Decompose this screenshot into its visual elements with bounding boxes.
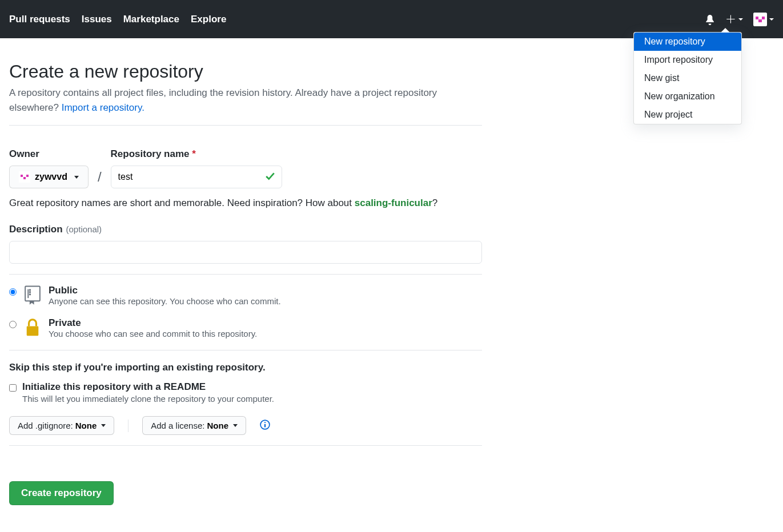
svg-rect-5 xyxy=(21,175,23,177)
owner-select[interactable]: zywvvd xyxy=(9,166,89,188)
owner-repo-row: Owner zywvvd / Repository name * xyxy=(9,148,482,188)
repo-name-input[interactable] xyxy=(111,166,282,188)
nav-links: Pull requests Issues Marketplace Explore xyxy=(9,14,226,25)
create-new-dropdown: New repository Import repository New gis… xyxy=(633,32,742,124)
description-label: Description xyxy=(9,224,63,235)
caret-down-icon xyxy=(74,176,79,179)
svg-rect-8 xyxy=(25,287,40,301)
owner-group: Owner zywvvd xyxy=(9,148,89,188)
dropdown-new-gist[interactable]: New gist xyxy=(634,69,741,87)
public-repo-icon xyxy=(23,285,42,307)
dropdown-new-repository[interactable]: New repository xyxy=(634,33,741,51)
readme-checkbox[interactable] xyxy=(9,384,17,392)
svg-rect-3 xyxy=(758,19,762,22)
visibility-public-desc: Anyone can see this repository. You choo… xyxy=(49,296,281,306)
readme-text: Initialize this repository with a README… xyxy=(22,381,274,404)
create-new-menu[interactable] xyxy=(726,14,743,25)
visibility-public-title: Public xyxy=(49,285,281,296)
svg-rect-6 xyxy=(26,175,29,177)
repo-name-group: Repository name * xyxy=(111,148,282,188)
caret-down-icon xyxy=(233,424,238,427)
header-right xyxy=(704,13,774,26)
svg-point-16 xyxy=(264,422,266,423)
vertical-divider xyxy=(128,420,129,432)
owner-avatar-icon xyxy=(19,171,30,183)
repo-name-input-wrap xyxy=(111,166,282,188)
readme-title: Initialize this repository with a README xyxy=(22,381,274,393)
repo-name-hint: Great repository names are short and mem… xyxy=(9,198,482,209)
repo-name-label-text: Repository name xyxy=(111,148,190,159)
divider xyxy=(9,125,482,126)
readme-checkbox-row[interactable]: Initialize this repository with a README… xyxy=(9,381,482,404)
divider xyxy=(9,350,482,350)
visibility-private-radio[interactable] xyxy=(9,321,17,328)
skip-import-text: Skip this step if you're importing an ex… xyxy=(9,362,482,373)
name-suggestion[interactable]: scaling-funicular xyxy=(355,198,432,208)
main-container: Create a new repository A repository con… xyxy=(0,38,491,528)
create-repository-button[interactable]: Create repository xyxy=(9,481,114,505)
description-label-row: Description (optional) xyxy=(9,224,482,235)
svg-rect-2 xyxy=(762,17,765,19)
required-asterisk: * xyxy=(192,148,196,159)
dropdown-new-project[interactable]: New project xyxy=(634,106,741,124)
svg-point-11 xyxy=(30,292,31,293)
nav-pull-requests[interactable]: Pull requests xyxy=(9,14,70,25)
license-select[interactable]: Add a license: None xyxy=(142,416,246,435)
svg-rect-1 xyxy=(756,17,758,19)
options-row: Add .gitignore: None Add a license: None xyxy=(9,416,482,435)
slash-separator: / xyxy=(97,169,103,188)
svg-point-10 xyxy=(30,289,31,291)
readme-desc: This will let you immediately clone the … xyxy=(22,394,274,404)
nav-marketplace[interactable]: Marketplace xyxy=(123,14,179,25)
dropdown-import-repository[interactable]: Import repository xyxy=(634,51,741,69)
svg-point-12 xyxy=(30,294,31,295)
gitignore-value: None xyxy=(75,421,97,430)
page-subhead: A repository contains all project files,… xyxy=(9,86,482,115)
visibility-public-option[interactable]: Public Anyone can see this repository. Y… xyxy=(9,285,482,307)
user-menu[interactable] xyxy=(753,13,774,26)
divider xyxy=(9,274,482,275)
dropdown-new-organization[interactable]: New organization xyxy=(634,87,741,106)
license-label: Add a license: xyxy=(151,421,204,430)
hint-suffix: ? xyxy=(432,198,437,208)
description-optional: (optional) xyxy=(66,224,102,234)
page-title: Create a new repository xyxy=(9,61,482,82)
hint-prefix: Great repository names are short and mem… xyxy=(9,198,355,208)
import-repository-link[interactable]: Import a repository. xyxy=(62,102,144,113)
nav-explore[interactable]: Explore xyxy=(191,14,226,25)
divider xyxy=(9,445,482,446)
info-icon[interactable] xyxy=(260,420,270,432)
visibility-public-text: Public Anyone can see this repository. Y… xyxy=(49,285,281,306)
repo-name-label: Repository name * xyxy=(111,148,282,160)
description-input[interactable] xyxy=(9,241,482,264)
visibility-private-title: Private xyxy=(49,317,257,329)
gitignore-label: Add .gitignore: xyxy=(18,421,73,430)
owner-value: zywvvd xyxy=(35,172,67,182)
global-header: Pull requests Issues Marketplace Explore… xyxy=(0,0,783,38)
caret-down-icon xyxy=(738,18,743,21)
visibility-private-text: Private You choose who can see and commi… xyxy=(49,317,257,338)
visibility-public-radio[interactable] xyxy=(9,288,17,296)
notifications-icon[interactable] xyxy=(704,14,716,25)
caret-down-icon xyxy=(101,424,106,427)
svg-rect-7 xyxy=(23,177,26,179)
svg-rect-13 xyxy=(27,326,39,336)
caret-down-icon xyxy=(769,18,774,21)
visibility-private-option[interactable]: Private You choose who can see and commi… xyxy=(9,317,482,340)
nav-issues[interactable]: Issues xyxy=(82,14,112,25)
visibility-private-desc: You choose who can see and commit to thi… xyxy=(49,329,257,338)
gitignore-select[interactable]: Add .gitignore: None xyxy=(9,416,114,435)
lock-icon xyxy=(23,317,42,340)
avatar-icon xyxy=(753,13,767,26)
license-value: None xyxy=(207,421,228,430)
owner-label: Owner xyxy=(9,148,89,160)
check-icon xyxy=(265,171,275,183)
